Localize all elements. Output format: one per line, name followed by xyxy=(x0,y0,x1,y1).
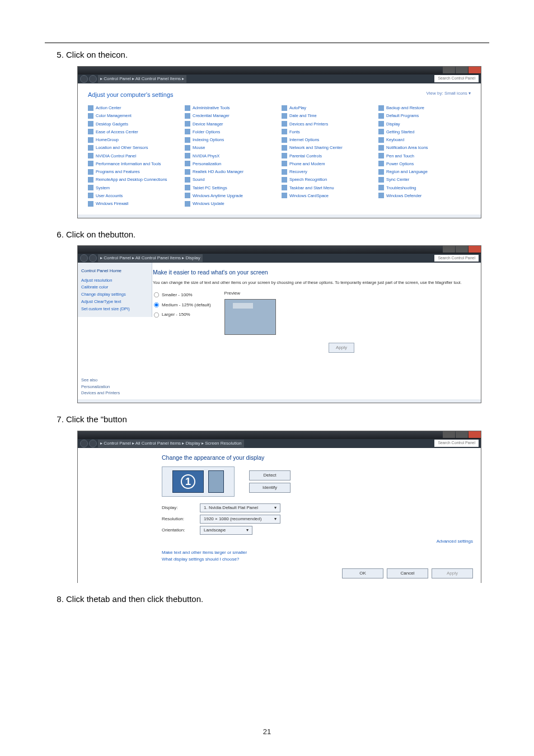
display-selector[interactable]: 1 xyxy=(162,466,235,497)
control-panel-item[interactable]: Default Programs xyxy=(378,113,471,119)
sidebar-link[interactable]: Adjust ClearType text xyxy=(81,298,148,306)
orientation-dropdown[interactable]: Landscape▾ xyxy=(200,526,252,535)
nav-fwd-icon[interactable] xyxy=(89,440,97,447)
control-panel-item[interactable]: Windows CardSpace xyxy=(282,193,374,199)
search-input[interactable]: Search Control Panel xyxy=(434,255,479,262)
control-panel-item[interactable]: Region and Language xyxy=(378,169,471,175)
resolution-dropdown[interactable]: 1920 × 1080 (recommended)▾ xyxy=(200,515,280,524)
nav-fwd-icon[interactable] xyxy=(89,254,97,262)
cp-item-label: Ease of Access Center xyxy=(96,129,138,135)
control-panel-item[interactable]: HomeGroup xyxy=(88,137,180,143)
control-panel-item[interactable]: Programs and Features xyxy=(88,169,180,175)
control-panel-item[interactable]: Network and Sharing Center xyxy=(282,144,374,151)
control-panel-item[interactable]: Desktop Gadgets xyxy=(88,121,180,127)
radio-larger[interactable]: Larger - 150% xyxy=(153,310,211,320)
control-panel-item[interactable]: Taskbar and Start Menu xyxy=(282,185,374,191)
cp-item-icon xyxy=(88,177,93,183)
control-panel-item[interactable]: Windows Defender xyxy=(378,193,471,199)
nav-back-icon[interactable] xyxy=(80,75,88,83)
control-panel-item[interactable]: Device Manager xyxy=(185,121,277,127)
control-panel-item[interactable]: Location and Other Sensors xyxy=(88,144,180,151)
control-panel-item[interactable]: Tablet PC Settings xyxy=(185,185,277,191)
control-panel-item[interactable]: Backup and Restore xyxy=(378,105,471,111)
cp-item-icon xyxy=(378,105,384,111)
cp-item-label: Taskbar and Start Menu xyxy=(289,185,334,191)
control-panel-item[interactable]: Date and Time xyxy=(282,113,374,119)
radio-medium[interactable]: Medium - 125% (default) xyxy=(153,300,211,310)
control-panel-item[interactable]: Sync Center xyxy=(378,176,471,183)
control-panel-item[interactable]: Parental Controls xyxy=(282,153,374,159)
text-size-link[interactable]: Make text and other items larger or smal… xyxy=(162,549,473,556)
search-input[interactable]: Search Control Panel xyxy=(434,440,479,447)
identify-button[interactable]: Identify xyxy=(249,483,291,493)
cp-item-icon xyxy=(185,153,190,158)
control-panel-item[interactable]: Getting Started xyxy=(378,129,471,135)
control-panel-item[interactable]: Administrative Tools xyxy=(185,105,277,111)
control-panel-item[interactable]: Sound xyxy=(185,176,277,183)
control-panel-item[interactable]: Windows Anytime Upgrade xyxy=(185,193,277,199)
sidebar-link[interactable]: Set custom text size (DPI) xyxy=(81,306,148,313)
cp-item-label: Realtek HD Audio Manager xyxy=(193,169,243,175)
ok-button[interactable]: OK xyxy=(342,568,383,578)
cp-item-icon xyxy=(185,193,190,198)
cp-item-icon xyxy=(88,193,93,198)
control-panel-item[interactable]: RemoteApp and Desktop Connections xyxy=(88,176,180,183)
view-by[interactable]: View by: Small icons ▾ xyxy=(427,90,471,100)
control-panel-item[interactable]: Troubleshooting xyxy=(378,185,471,191)
control-panel-item[interactable]: Folder Options xyxy=(185,129,277,135)
display-dropdown[interactable]: 1. Nvidia Default Flat Panel▾ xyxy=(200,503,280,512)
cancel-button[interactable]: Cancel xyxy=(387,568,428,578)
sidebar-link[interactable]: Calibrate color xyxy=(81,284,148,291)
cp-item-icon xyxy=(282,153,287,158)
control-panel-item[interactable]: Mouse xyxy=(185,144,277,151)
sidebar-link[interactable]: Change display settings xyxy=(81,291,148,298)
control-panel-item[interactable]: Action Center xyxy=(88,105,180,111)
advanced-settings-link[interactable]: Advanced settings xyxy=(162,538,473,545)
control-panel-item[interactable]: AutoPlay xyxy=(282,105,374,111)
control-panel-item[interactable]: Speech Recognition xyxy=(282,176,374,183)
control-panel-item[interactable]: Realtek HD Audio Manager xyxy=(185,169,277,175)
control-panel-item[interactable]: Keyboard xyxy=(378,137,471,143)
cp-item-icon xyxy=(185,121,190,127)
cp-item-label: Windows Firewall xyxy=(96,200,128,207)
apply-button[interactable]: Apply xyxy=(329,343,354,353)
control-panel-item[interactable]: Power Options xyxy=(378,161,471,167)
control-panel-item[interactable]: Phone and Modem xyxy=(282,161,374,167)
control-panel-item[interactable]: Credential Manager xyxy=(185,113,277,119)
radio-smaller[interactable]: Smaller - 100% xyxy=(153,290,211,300)
control-panel-item[interactable]: Personalization xyxy=(185,161,277,167)
control-panel-item[interactable]: Performance Information and Tools xyxy=(88,161,180,167)
sidebar-link[interactable]: Adjust resolution xyxy=(81,277,148,284)
step-6: Click on thebutton. ▸ Control Panel ▸ Al… xyxy=(66,228,489,404)
control-panel-item[interactable]: Windows Update xyxy=(185,200,277,207)
control-panel-item[interactable]: Ease of Access Center xyxy=(88,129,180,135)
control-panel-item[interactable]: User Accounts xyxy=(88,193,180,199)
control-panel-item[interactable]: Indexing Options xyxy=(185,137,277,143)
nav-fwd-icon[interactable] xyxy=(89,75,97,83)
control-panel-item[interactable]: System xyxy=(88,185,180,191)
search-input[interactable]: Search Control Panel xyxy=(434,75,479,82)
control-panel-item[interactable]: Notification Area Icons xyxy=(378,144,471,151)
cp-item-label: Speech Recognition xyxy=(289,176,327,183)
sidebar-link[interactable]: Devices and Printers xyxy=(81,390,120,396)
cp-item-label: Sync Center xyxy=(386,176,409,183)
cp-item-icon xyxy=(185,129,190,134)
nav-back-icon[interactable] xyxy=(80,440,88,447)
control-panel-item[interactable]: Recovery xyxy=(282,169,374,175)
control-panel-item[interactable]: Display xyxy=(378,121,471,127)
control-panel-item[interactable]: NVIDIA PhysX xyxy=(185,153,277,159)
control-panel-item[interactable]: Devices and Printers xyxy=(282,121,374,127)
cp-item-icon xyxy=(185,177,190,183)
control-panel-item[interactable]: NVIDIA Control Panel xyxy=(88,153,180,159)
control-panel-item[interactable]: Color Management xyxy=(88,113,180,119)
apply-button[interactable]: Apply xyxy=(432,568,473,578)
cp-item-label: Folder Options xyxy=(193,129,220,135)
control-panel-item[interactable]: Pen and Touch xyxy=(378,153,471,159)
control-panel-item[interactable]: Windows Firewall xyxy=(88,200,180,207)
settings-help-link[interactable]: What display settings should I choose? xyxy=(162,556,473,563)
sidebar-link[interactable]: Personalization xyxy=(81,384,120,390)
control-panel-item[interactable]: Internet Options xyxy=(282,137,374,143)
detect-button[interactable]: Detect xyxy=(249,470,291,480)
control-panel-item[interactable]: Fonts xyxy=(282,129,374,135)
nav-back-icon[interactable] xyxy=(80,254,88,262)
